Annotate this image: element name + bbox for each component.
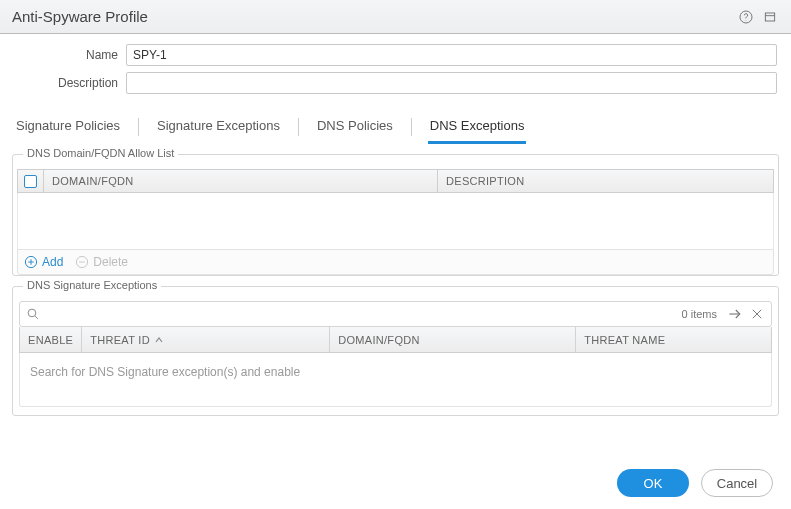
- sig-search-row: 0 items: [19, 301, 772, 327]
- search-icon: [26, 307, 40, 321]
- sig-search-input[interactable]: [46, 303, 672, 325]
- column-threat-id-label: THREAT ID: [90, 334, 150, 346]
- description-input[interactable]: [126, 72, 777, 94]
- select-all-cell: [18, 170, 44, 192]
- svg-point-9: [28, 309, 36, 317]
- allow-list-legend: DNS Domain/FQDN Allow List: [23, 147, 178, 159]
- allow-list-section: DNS Domain/FQDN Allow List DOMAIN/FQDN D…: [12, 154, 779, 276]
- form-area: Name Description: [0, 34, 791, 106]
- window-mode-icon[interactable]: [761, 8, 779, 26]
- sig-exceptions-section: DNS Signature Exceptions 0 items ENABLE …: [12, 286, 779, 416]
- delete-label: Delete: [93, 255, 128, 269]
- tab-separator: [298, 118, 299, 136]
- column-threat-id[interactable]: THREAT ID: [82, 327, 330, 352]
- column-domain[interactable]: DOMAIN/FQDN: [44, 170, 438, 192]
- column-description[interactable]: DESCRIPTION: [438, 170, 773, 192]
- select-all-checkbox[interactable]: [24, 175, 37, 188]
- allow-list-header: DOMAIN/FQDN DESCRIPTION: [17, 169, 774, 193]
- tab-dns-exceptions[interactable]: DNS Exceptions: [428, 110, 527, 143]
- svg-point-1: [746, 19, 747, 20]
- add-label: Add: [42, 255, 63, 269]
- tab-dns-policies[interactable]: DNS Policies: [315, 110, 395, 143]
- name-input[interactable]: [126, 44, 777, 66]
- column-enable[interactable]: ENABLE: [20, 327, 82, 352]
- sort-asc-icon: [154, 335, 164, 345]
- help-icon[interactable]: [737, 8, 755, 26]
- name-row: Name: [14, 44, 777, 66]
- tab-separator: [138, 118, 139, 136]
- cancel-button[interactable]: Cancel: [701, 469, 773, 497]
- sig-exceptions-legend: DNS Signature Exceptions: [23, 279, 161, 291]
- plus-circle-icon: [24, 255, 38, 269]
- sig-table-body: Search for DNS Signature exception(s) an…: [19, 353, 772, 407]
- description-label: Description: [14, 76, 126, 90]
- column-domain-fqdn[interactable]: DOMAIN/FQDN: [330, 327, 576, 352]
- add-button[interactable]: Add: [24, 255, 63, 269]
- allow-list-body: [17, 193, 774, 249]
- items-count: 0 items: [678, 308, 721, 320]
- title-bar: Anti-Spyware Profile: [0, 0, 791, 34]
- minus-circle-icon: [75, 255, 89, 269]
- column-threat-name[interactable]: THREAT NAME: [576, 327, 771, 352]
- tabs: Signature Policies Signature Exceptions …: [0, 110, 791, 144]
- sig-table-header: ENABLE THREAT ID DOMAIN/FQDN THREAT NAME: [19, 327, 772, 353]
- allow-list-footer: Add Delete: [17, 249, 774, 275]
- name-label: Name: [14, 48, 126, 62]
- clear-icon[interactable]: [749, 306, 765, 322]
- go-arrow-icon[interactable]: [727, 306, 743, 322]
- ok-button[interactable]: OK: [617, 469, 689, 497]
- tab-signature-policies[interactable]: Signature Policies: [14, 110, 122, 143]
- button-bar: OK Cancel: [617, 469, 773, 497]
- svg-rect-2: [765, 13, 774, 21]
- window-title: Anti-Spyware Profile: [12, 8, 731, 25]
- description-row: Description: [14, 72, 777, 94]
- svg-line-10: [35, 316, 38, 319]
- allow-list-table: DOMAIN/FQDN DESCRIPTION Add Delete: [17, 169, 774, 275]
- tab-separator: [411, 118, 412, 136]
- delete-button: Delete: [75, 255, 128, 269]
- sig-empty-text: Search for DNS Signature exception(s) an…: [30, 365, 300, 379]
- tab-signature-exceptions[interactable]: Signature Exceptions: [155, 110, 282, 143]
